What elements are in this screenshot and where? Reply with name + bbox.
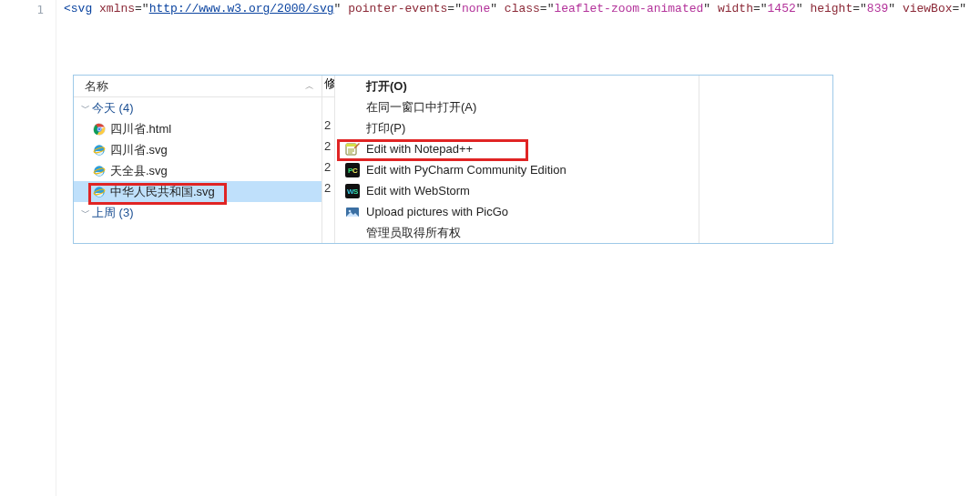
date-cell-partial: 2 [322,160,334,181]
date-cell-partial: 2 [322,118,334,139]
chevron-down-icon: ﹀ [79,102,92,115]
code-editor-line: 1 <svg xmlns="http://www.w3.org/2000/svg… [0,0,980,20]
menu-item-label: 管理员取得所有权 [362,225,688,241]
svg-text:S: S [353,187,359,196]
date-cell-partial: 2 [322,139,334,160]
webstorm-icon: WS [345,184,360,198]
file-name: 四川省.svg [110,142,168,158]
menu-item-label: Upload pictures with PicGo [362,205,688,218]
menu-item-label: 打开(O) [362,78,688,95]
context-menu: 打开(O)在同一窗口中打开(A)打印(P)Edit with Notepad++… [334,76,699,243]
group-label: 今天 (4) [92,100,134,116]
menu-item-label: Edit with PyCharm Community Edition [362,163,688,177]
menu-item[interactable]: 打印(P) [335,117,699,138]
group-last-week[interactable]: ﹀上周 (3) [74,202,322,223]
menu-item[interactable]: Upload pictures with PicGo [335,201,699,222]
file-name: 天全县.svg [110,163,168,179]
menu-item[interactable]: Edit with Notepad++ [335,138,699,159]
menu-item[interactable]: 在同一窗口中打开(A) [335,96,699,117]
chevron-down-icon: ﹀ [79,207,92,219]
menu-item-label: Edit with WebStorm [362,184,688,197]
menu-item[interactable]: PCEdit with PyCharm Community Edition [335,159,699,180]
code-text: <svg xmlns="http://www.w3.org/2000/svg" … [64,2,966,15]
column-date-partial: 修 2222 [322,76,334,243]
column-name[interactable]: 名称 [85,78,250,95]
file-row[interactable]: 天全县.svg [74,160,322,181]
pycharm-icon: PC [345,163,360,177]
picgo-icon [345,205,360,219]
svg-point-3 [98,127,101,130]
group-label: 上周 (3) [92,205,134,221]
file-name: 中华人民共和国.svg [110,184,215,200]
file-list-header[interactable]: 名称 ︿ [74,76,322,97]
svg-file-icon [92,143,107,157]
file-row[interactable]: 四川省.svg [74,139,322,160]
file-row[interactable]: 中华人民共和国.svg [74,181,322,202]
line-number: 1 [0,2,56,16]
date-cell-partial: 2 [322,181,334,202]
sort-indicator-icon: ︿ [305,80,314,93]
svg-file-icon [92,164,107,178]
menu-item-label: 打印(P) [362,120,688,137]
blank-panel [699,76,832,243]
menu-item-label: Edit with Notepad++ [362,142,688,156]
menu-item-label: 在同一窗口中打开(A) [362,99,688,116]
file-name: 四川省.html [110,121,171,137]
svg-rect-11 [346,144,356,147]
notepadpp-icon [345,142,360,157]
svg-text:C: C [352,167,358,175]
menu-item[interactable]: 打开(O) [335,76,699,96]
chrome-icon [92,122,107,137]
explorer-and-context-menu: 名称 ︿ ﹀今天 (4)四川省.html四川省.svg天全县.svg中华人民共和… [73,75,833,244]
svg-point-19 [349,209,352,212]
column-date-header[interactable]: 修 [322,76,334,97]
group-today[interactable]: ﹀今天 (4) [74,97,322,118]
file-row[interactable]: 四川省.html [74,118,322,139]
menu-item[interactable]: 管理员取得所有权 [335,222,699,243]
menu-item[interactable]: WSEdit with WebStorm [335,180,699,201]
svg-file-icon [92,185,107,199]
file-list-panel: 名称 ︿ ﹀今天 (4)四川省.html四川省.svg天全县.svg中华人民共和… [74,76,322,243]
